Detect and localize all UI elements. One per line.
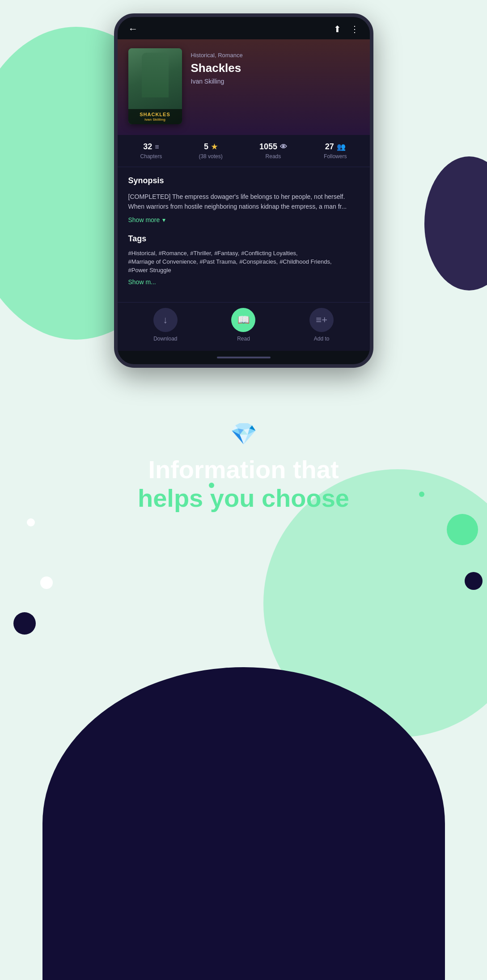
- dot-dark-2: [465, 572, 483, 590]
- add-label: Add to: [314, 336, 330, 342]
- chapters-value: 32 ≡: [143, 142, 159, 151]
- tags-title: Tags: [128, 234, 359, 244]
- phone-top-bar: ← ⬆ ⋮: [118, 17, 370, 39]
- tag-item: #Conflicting Loyalties,: [241, 250, 297, 257]
- phone-mockup: ← ⬆ ⋮ Shackles Ivan Skilling Historical,…: [114, 13, 373, 368]
- add-action: ≡+ Add to: [309, 308, 334, 342]
- stat-reads: 1055 👁 Reads: [259, 142, 287, 160]
- tag-item: #Romance,: [159, 250, 188, 257]
- reads-label: Reads: [266, 153, 281, 160]
- download-label: Download: [153, 336, 177, 342]
- dot-white-2: [40, 576, 53, 589]
- stats-bar: 32 ≡ Chapters 5 ★ (38 votes) 1055 👁 Read…: [118, 135, 370, 167]
- bottom-headline: Information that helps you choose: [138, 455, 349, 513]
- followers-icon: 👥: [337, 143, 346, 151]
- home-indicator: [217, 357, 271, 358]
- book-cover-title-area: Shackles Ivan Skilling: [128, 109, 182, 124]
- tags-section: Tags #Historical, #Romance, #Thriller, #…: [128, 234, 359, 286]
- bg-semicircle: [42, 667, 445, 980]
- tag-item: #Past Trauma,: [200, 258, 238, 265]
- cover-author-text: Ivan Skilling: [130, 118, 180, 122]
- add-button[interactable]: ≡+: [309, 308, 334, 332]
- chapters-label: Chapters: [140, 153, 162, 160]
- chevron-down-icon: ▾: [162, 216, 165, 223]
- diamond-icon: 💎: [230, 421, 257, 446]
- read-icon: 📖: [237, 314, 250, 326]
- star-icon: ★: [211, 143, 217, 151]
- chapters-icon: ≡: [155, 143, 159, 151]
- reads-number: 1055: [259, 142, 277, 151]
- tag-item: #Thriller,: [190, 250, 212, 257]
- book-title: Shackles: [191, 61, 359, 75]
- synopsis-title: Synopsis: [128, 176, 359, 185]
- phone-bottom-bar: [118, 351, 370, 364]
- book-cover-figure: [142, 53, 169, 97]
- chapters-number: 32: [143, 142, 152, 151]
- rating-number: 5: [204, 142, 208, 151]
- read-button[interactable]: 📖: [231, 308, 255, 332]
- tag-item: #Childhood Friends,: [279, 258, 331, 265]
- book-info: Historical, Romance Shackles Ivan Skilli…: [191, 48, 359, 85]
- eye-icon: 👁: [280, 143, 287, 151]
- headline-line2: helps you choose: [138, 484, 349, 513]
- book-author: Ivan Skilling: [191, 78, 359, 85]
- tag-item: #Power Struggle: [128, 267, 171, 273]
- read-action: 📖 Read: [231, 308, 255, 342]
- show-more-synopsis-label: Show more: [128, 216, 160, 223]
- stat-followers: 27 👥 Followers: [324, 142, 347, 160]
- stat-chapters: 32 ≡ Chapters: [140, 142, 162, 160]
- more-icon[interactable]: ⋮: [350, 24, 359, 34]
- rating-votes: (38 votes): [199, 153, 222, 160]
- followers-value: 27 👥: [325, 142, 346, 151]
- reads-value: 1055 👁: [259, 142, 287, 151]
- download-action: ↓ Download: [153, 308, 178, 342]
- headline-line1: Information that: [138, 455, 349, 484]
- action-bar: ↓ Download 📖 Read ≡+ Add to: [118, 302, 370, 351]
- tag-item: #Fantasy,: [214, 250, 239, 257]
- share-icon[interactable]: ⬆: [334, 24, 341, 34]
- bottom-section: 💎 Information that helps you choose: [0, 386, 487, 540]
- download-button[interactable]: ↓: [153, 308, 178, 332]
- book-body: Synopsis [COMPLETED] The empress dowager…: [118, 167, 370, 302]
- download-icon: ↓: [163, 314, 168, 326]
- book-genres: Historical, Romance: [191, 52, 359, 59]
- page-content: ← ⬆ ⋮ Shackles Ivan Skilling Historical,…: [0, 0, 487, 540]
- read-label: Read: [237, 336, 250, 342]
- tag-item: #Marriage of Convenience,: [128, 258, 198, 265]
- followers-number: 27: [325, 142, 334, 151]
- synopsis-text: [COMPLETED] The empress dowager's life b…: [128, 192, 359, 212]
- add-icon: ≡+: [316, 314, 327, 326]
- show-more-tags-button[interactable]: Show m...: [128, 278, 156, 286]
- stat-rating: 5 ★ (38 votes): [199, 142, 222, 160]
- tags-container: #Historical, #Romance, #Thriller, #Fanta…: [128, 250, 359, 273]
- book-cover: Shackles Ivan Skilling: [128, 48, 182, 124]
- book-header: Shackles Ivan Skilling Historical, Roman…: [118, 39, 370, 135]
- top-right-icons: ⬆ ⋮: [334, 24, 359, 34]
- dot-dark-1: [13, 612, 36, 635]
- cover-title-text: Shackles: [130, 112, 180, 118]
- followers-label: Followers: [324, 153, 347, 160]
- rating-value: 5 ★: [204, 142, 217, 151]
- tag-item: #Conspiracies,: [239, 258, 278, 265]
- tag-item: #Historical,: [128, 250, 157, 257]
- back-button[interactable]: ←: [128, 23, 138, 35]
- show-more-synopsis-button[interactable]: Show more ▾: [128, 216, 166, 223]
